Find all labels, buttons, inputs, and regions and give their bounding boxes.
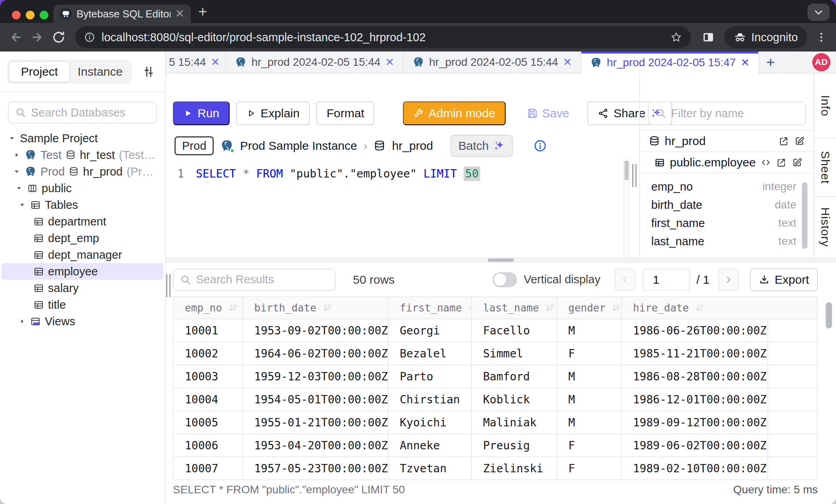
cell-hire-date[interactable]: 1989-02-10T00:00:00Z	[622, 457, 768, 480]
tab-instance[interactable]: Instance	[70, 61, 130, 82]
next-page-button[interactable]	[718, 269, 739, 291]
caret-right-icon[interactable]	[18, 317, 26, 325]
table-row[interactable]: 10004 1954-05-01T00:00:00Z Chirstian Kob…	[174, 388, 817, 411]
cell-first-name[interactable]: Kyoichi	[389, 411, 472, 434]
zoom-window-button[interactable]	[40, 11, 48, 19]
prev-page-button[interactable]	[615, 269, 635, 291]
cell-last-name[interactable]: Koblick	[472, 388, 557, 411]
cell-birth-date[interactable]: 1954-05-01T00:00:00Z	[243, 388, 389, 411]
database-search[interactable]	[8, 101, 157, 124]
column-header[interactable]: gender	[557, 297, 622, 319]
caret-down-icon[interactable]	[13, 168, 21, 176]
table-row[interactable]: 10002 1964-06-02T00:00:00Z Bezalel Simme…	[174, 342, 817, 365]
avatar[interactable]: AD	[812, 53, 830, 71]
cell-hire-date[interactable]: 1986-08-28T00:00:00Z	[622, 365, 768, 388]
sql-line[interactable]: 1 SELECT*FROM"public"."employee"LIMIT50	[166, 161, 639, 180]
sidebar-resize-handle[interactable]	[166, 274, 171, 297]
reload-icon[interactable]	[52, 30, 66, 44]
address-bar[interactable]: localhost:8080/sql-editor/prod-sample-in…	[75, 26, 691, 48]
search-results-input[interactable]	[196, 273, 328, 286]
cell-gender[interactable]: F	[557, 434, 622, 457]
cell-gender[interactable]: F	[557, 457, 622, 480]
close-editor-tab-icon[interactable]: ✕	[211, 56, 220, 69]
column-list-scrollbar-thumb[interactable]	[802, 182, 807, 249]
tree-item-table[interactable]: salary	[0, 280, 165, 296]
new-sheet-button[interactable]: +	[766, 54, 775, 71]
edit-icon[interactable]	[794, 136, 805, 147]
instance-name[interactable]: Prod Sample Instance	[240, 139, 357, 153]
cell-gender[interactable]: M	[557, 319, 622, 342]
caret-down-icon[interactable]	[15, 184, 23, 192]
tree-item-table[interactable]: employee	[2, 263, 163, 280]
tree-item-table[interactable]: title	[0, 296, 165, 313]
cell-first-name[interactable]: Tzvetan	[389, 457, 472, 480]
forward-icon[interactable]	[30, 30, 44, 44]
cell-emp-no[interactable]: 10004	[174, 388, 243, 411]
column-header[interactable]: hire_date	[622, 297, 768, 319]
editor-scrollbar[interactable]	[623, 158, 630, 258]
split-drag-handle[interactable]	[488, 258, 514, 262]
database-name[interactable]: hr_prod	[392, 139, 433, 153]
cell-hire-date[interactable]: 1986-06-26T00:00:00Z	[622, 319, 768, 342]
back-icon[interactable]	[9, 30, 23, 44]
cell-birth-date[interactable]: 1957-05-23T00:00:00Z	[243, 457, 389, 480]
page-number-input[interactable]	[642, 269, 690, 291]
bookmark-star-icon[interactable]	[670, 31, 682, 43]
close-window-button[interactable]	[12, 11, 21, 19]
editor-results-divider[interactable]	[166, 258, 836, 263]
export-button[interactable]: Export	[750, 268, 818, 291]
editor-tab[interactable]: hr_prod 2024-02-05 15:44 ✕	[404, 52, 581, 73]
search-databases-input[interactable]	[31, 106, 150, 119]
external-link-icon[interactable]	[776, 157, 787, 168]
results-search[interactable]	[173, 269, 336, 291]
cell-emp-no[interactable]: 10001	[174, 319, 243, 342]
cell-emp-no[interactable]: 10007	[174, 457, 243, 480]
tree-item-table[interactable]: dept_emp	[0, 230, 165, 246]
close-editor-tab-icon[interactable]: ✕	[385, 56, 394, 69]
table-row[interactable]: 10001 1953-09-02T00:00:00Z Georgi Facell…	[174, 319, 817, 342]
cell-last-name[interactable]: Preusig	[472, 434, 557, 457]
column-row[interactable]: last_name text	[640, 232, 814, 250]
vertical-display-toggle[interactable]	[493, 272, 517, 287]
cell-emp-no[interactable]: 10006	[174, 434, 243, 457]
cell-gender[interactable]: M	[557, 411, 622, 434]
new-tab-button[interactable]: +	[198, 3, 207, 20]
sort-icon[interactable]	[545, 303, 555, 313]
external-link-icon[interactable]	[778, 136, 789, 147]
cell-birth-date[interactable]: 1959-12-03T00:00:00Z	[243, 365, 389, 388]
column-header[interactable]: last_name	[472, 297, 557, 319]
caret-right-icon[interactable]	[13, 151, 21, 159]
panel-table-row[interactable]: public.employee	[640, 152, 814, 174]
cell-hire-date[interactable]: 1986-12-01T00:00:00Z	[622, 388, 768, 411]
panel-database-row[interactable]: hr_prod	[640, 131, 814, 152]
cell-birth-date[interactable]: 1953-09-02T00:00:00Z	[243, 319, 389, 342]
cell-emp-no[interactable]: 10002	[174, 342, 243, 365]
cell-first-name[interactable]: Bezalel	[389, 342, 472, 365]
chrome-menu-icon[interactable]	[815, 31, 827, 43]
cell-gender[interactable]: M	[557, 388, 622, 411]
table-row[interactable]: 10005 1955-01-21T00:00:00Z Kyoichi Malin…	[174, 411, 817, 434]
cell-birth-date[interactable]: 1955-01-21T00:00:00Z	[243, 411, 389, 434]
admin-mode-button[interactable]: Admin mode	[403, 101, 505, 125]
table-row[interactable]: 10003 1959-12-03T00:00:00Z Parto Bamford…	[174, 365, 817, 388]
cell-gender[interactable]: M	[557, 365, 622, 388]
save-button[interactable]: Save	[526, 107, 569, 120]
table-row[interactable]: 10006 1953-04-20T00:00:00Z Anneke Preusi…	[174, 434, 817, 457]
close-editor-tab-icon[interactable]: ✕	[740, 56, 750, 69]
edit-icon[interactable]	[792, 157, 803, 168]
tree-item-schema-public[interactable]: public	[0, 180, 165, 197]
sort-icon[interactable]	[468, 303, 471, 313]
tree-item-views-group[interactable]: Views	[0, 313, 165, 330]
cell-last-name[interactable]: Facello	[472, 319, 557, 342]
cell-emp-no[interactable]: 10003	[174, 365, 243, 388]
browser-tab[interactable]: Bytebase SQL Editor ✕	[54, 5, 191, 23]
cell-gender[interactable]: F	[557, 342, 622, 365]
column-row[interactable]: first_name text	[640, 214, 814, 232]
traffic-lights[interactable]	[12, 11, 48, 19]
tree-item-db-prod[interactable]: Prod hr_prod (Pr…	[0, 163, 165, 180]
tab-info[interactable]: Info	[815, 74, 836, 139]
tree-item-table[interactable]: dept_manager	[0, 246, 165, 263]
sort-icon[interactable]	[611, 303, 621, 313]
info-circle-icon[interactable]	[533, 139, 547, 153]
format-button[interactable]: Format	[316, 101, 374, 125]
